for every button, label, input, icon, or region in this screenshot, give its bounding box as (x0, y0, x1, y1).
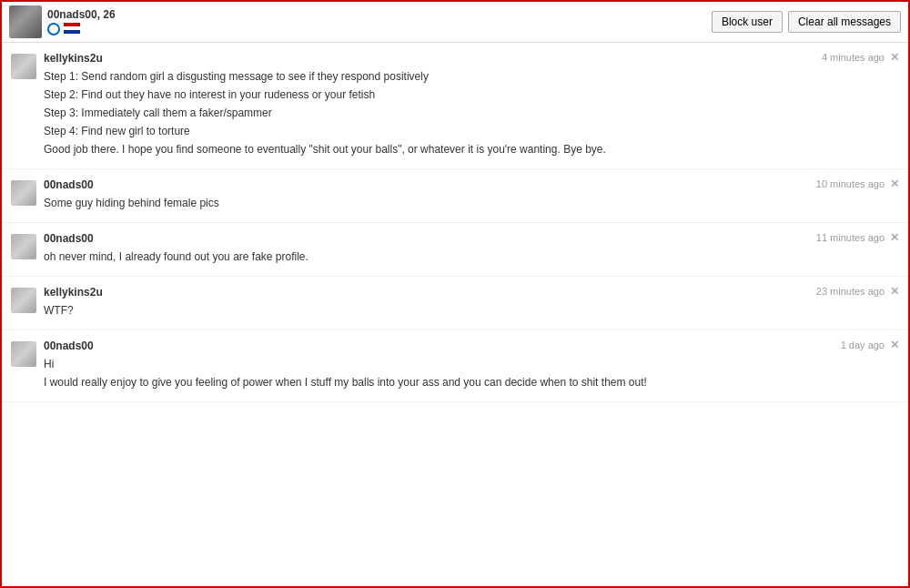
message-meta: 11 minutes ago✕ (816, 232, 899, 243)
message-meta: 23 minutes ago✕ (816, 286, 899, 297)
message-line: Step 4: Find new girl to torture (44, 123, 899, 139)
message-line: oh never mind, I already found out you a… (44, 248, 899, 265)
messages-container: kellykins2u4 minutes ago✕Step 1: Send ra… (2, 43, 908, 402)
message-text: oh never mind, I already found out you a… (44, 248, 899, 265)
message-text: Some guy hiding behind female pics (44, 195, 899, 211)
message-username: 00nads00 (44, 340, 94, 352)
message-header: kellykins2u23 minutes ago✕ (44, 286, 899, 299)
message-block: 00nads001 day ago✕HiI would really enjoy… (2, 330, 908, 402)
message-block: 00nads0010 minutes ago✕Some guy hiding b… (2, 169, 908, 223)
block-user-button[interactable]: Block user (712, 11, 783, 33)
flag-icon (64, 23, 80, 34)
message-username: 00nads00 (44, 178, 94, 191)
message-time: 4 minutes ago (822, 52, 885, 63)
user-info: 00nads00, 26 (47, 8, 116, 35)
message-line: Hi (44, 356, 899, 372)
message-block: kellykins2u23 minutes ago✕WTF? (2, 277, 908, 330)
message-line: WTF? (44, 302, 899, 319)
message-avatar (11, 234, 36, 259)
message-content: 00nads0011 minutes ago✕oh never mind, I … (44, 232, 899, 267)
message-username: 00nads00 (44, 232, 94, 245)
message-avatar (11, 54, 36, 79)
delete-message-button[interactable]: ✕ (890, 340, 899, 350)
message-content: 00nads0010 minutes ago✕Some guy hiding b… (44, 178, 899, 213)
clear-messages-button[interactable]: Clear all messages (788, 11, 901, 33)
message-avatar-image (11, 341, 36, 367)
avatar (9, 5, 42, 38)
message-line: Good job there. I hope you find someone … (44, 141, 899, 157)
message-text: HiI would really enjoy to give you feeli… (44, 356, 899, 390)
message-avatar-image (11, 234, 36, 259)
message-header: 00nads0011 minutes ago✕ (44, 232, 899, 245)
delete-message-button[interactable]: ✕ (890, 52, 899, 63)
message-meta: 10 minutes ago✕ (816, 178, 899, 189)
message-username: kellykins2u (44, 286, 103, 299)
message-header: kellykins2u4 minutes ago✕ (44, 52, 899, 65)
message-text: Step 1: Send random girl a disgusting me… (44, 68, 899, 157)
message-line: Some guy hiding behind female pics (44, 195, 899, 211)
delete-message-button[interactable]: ✕ (890, 178, 899, 189)
message-avatar-image (11, 288, 36, 313)
message-avatar (11, 288, 36, 313)
online-icon (47, 23, 60, 35)
avatar-image (9, 5, 42, 38)
message-content: kellykins2u4 minutes ago✕Step 1: Send ra… (44, 52, 899, 159)
delete-message-button[interactable]: ✕ (890, 286, 899, 297)
header-icons (47, 23, 116, 35)
message-line: Step 1: Send random girl a disgusting me… (44, 68, 899, 85)
message-block: kellykins2u4 minutes ago✕Step 1: Send ra… (2, 43, 908, 169)
message-avatar-image (11, 54, 36, 79)
message-avatar (11, 180, 36, 206)
message-avatar-image (11, 180, 36, 206)
message-time: 11 minutes ago (816, 232, 885, 243)
header-username: 00nads00, 26 (47, 8, 116, 21)
message-content: kellykins2u23 minutes ago✕WTF? (44, 286, 899, 320)
header-buttons: Block user Clear all messages (712, 11, 901, 33)
message-block: 00nads0011 minutes ago✕oh never mind, I … (2, 223, 908, 277)
message-header: 00nads0010 minutes ago✕ (44, 178, 899, 191)
message-time: 10 minutes ago (816, 178, 885, 189)
message-text: WTF? (44, 302, 899, 319)
message-line: Step 2: Find out they have no interest i… (44, 86, 899, 103)
message-meta: 1 day ago✕ (841, 340, 899, 350)
message-content: 00nads001 day ago✕HiI would really enjoy… (44, 340, 899, 392)
message-line: I would really enjoy to give you feeling… (44, 374, 899, 390)
message-time: 1 day ago (841, 340, 885, 350)
message-line: Step 3: Immediately call them a faker/sp… (44, 105, 899, 121)
message-header: 00nads001 day ago✕ (44, 340, 899, 352)
message-username: kellykins2u (44, 52, 103, 65)
message-avatar (11, 341, 36, 367)
header: 00nads00, 26 Block user Clear all messag… (2, 2, 908, 43)
message-time: 23 minutes ago (816, 286, 885, 297)
message-meta: 4 minutes ago✕ (822, 52, 899, 63)
delete-message-button[interactable]: ✕ (890, 232, 899, 243)
